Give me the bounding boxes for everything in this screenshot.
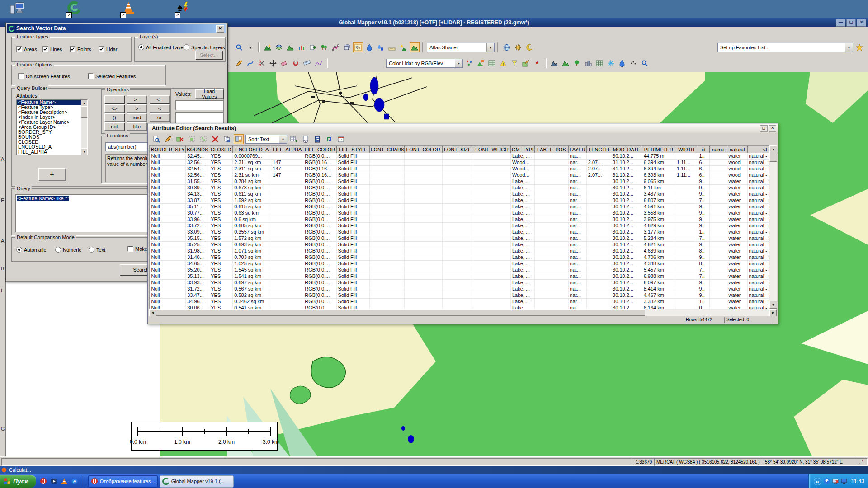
operator-=-button[interactable]: = (104, 95, 124, 103)
column-header[interactable]: MOD_DATE (611, 146, 642, 153)
droplet-icon[interactable] (617, 58, 627, 68)
table-row[interactable]: Null33.47...YES0.582 sq kmRGB(0,0,...Sol… (150, 292, 771, 299)
mountain-sun-icon[interactable] (263, 42, 273, 52)
chevron-down-icon[interactable]: ▼ (486, 43, 494, 52)
view-record-icon[interactable] (301, 134, 311, 144)
attribute-editor-titlebar[interactable]: Attribute Editor (Search Results) ▢ ✕ (148, 124, 778, 133)
lidar-warning-icon[interactable]: ! (498, 58, 508, 68)
add-column-icon[interactable] (289, 134, 299, 144)
background-window-titlebar[interactable]: Calculat... (0, 466, 868, 474)
cut-tool-icon[interactable] (257, 58, 267, 68)
operator->=-button[interactable]: >= (127, 95, 147, 103)
toolbar-grip[interactable] (229, 43, 231, 52)
star-terrain-icon[interactable] (398, 42, 408, 52)
table-row[interactable]: Null31.72...YES0.567 sq kmRGB(0,0,...Sol… (150, 286, 771, 292)
vlc-icon[interactable] (60, 477, 69, 486)
zoom-window-icon[interactable] (234, 42, 244, 52)
selected-features-checkbox[interactable]: Selected Features (88, 73, 136, 79)
maximize-button[interactable]: ▢ (846, 19, 856, 27)
digitizer-pencil-icon[interactable] (234, 58, 244, 68)
column-header[interactable]: name (709, 146, 727, 153)
copy-export-icon[interactable] (222, 134, 232, 144)
table-row[interactable]: Null30.89...YES0.678 sq kmRGB(0,0,...Sol… (150, 185, 771, 191)
table-row[interactable]: Null30.77...YES0.63 sq kmRGB(0,0,...Soli… (150, 210, 771, 216)
layers-icon[interactable] (274, 42, 284, 52)
table-row[interactable]: Null33.72...YES0.605 sq kmRGB(0,0,...Sol… (150, 223, 771, 229)
lidar-mode-combo[interactable]: Color Lidar by RGB/Elev▼ (386, 59, 463, 68)
column-header[interactable]: GM_TYPE (510, 146, 534, 153)
eraser-tool-icon[interactable] (279, 58, 289, 68)
my-computer-icon[interactable] (8, 1, 26, 18)
column-header[interactable]: CLOSED (209, 146, 233, 153)
globe-icon[interactable] (502, 42, 512, 52)
operator-<>-button[interactable]: <> (104, 104, 124, 113)
table-row[interactable]: Null32.56...YES2.311 sq km147RGB(0,16...… (150, 160, 771, 166)
table-row[interactable]: Null31.98...YES1.071 sq kmRGB(0,0,...Sol… (150, 248, 771, 254)
chevron-down-icon[interactable]: ▼ (279, 135, 287, 143)
ruler-icon[interactable] (387, 42, 397, 52)
load-values-button[interactable]: Load Values (195, 89, 223, 99)
table-row[interactable]: Null31.55...YES0.784 sq kmRGB(0,0,...Sol… (150, 178, 771, 185)
column-header[interactable]: BORDER_STY (150, 146, 186, 153)
global-mapper-shortcut-icon[interactable]: ↗ (65, 1, 83, 18)
favorites-star-icon[interactable] (854, 42, 864, 52)
column-header[interactable]: <Feature Description> (747, 146, 770, 153)
lidar-filter-icon[interactable] (509, 58, 519, 68)
select-all-icon[interactable] (198, 134, 208, 144)
column-header[interactable]: FILL_ALPHA (271, 146, 303, 153)
lidar-edit-icon[interactable] (521, 58, 531, 68)
close-button[interactable]: ✕ (857, 19, 866, 27)
zoom-menu-caret-icon[interactable] (245, 42, 255, 52)
table-row[interactable]: Null34.65...YES1.025 sq kmRGB(0,0,...Sol… (150, 261, 771, 267)
feature-type-areas-checkbox[interactable]: Areas (16, 46, 37, 52)
favorites-combo[interactable]: Set up Favorites List...▼ (717, 43, 853, 52)
column-header[interactable]: FILL_COLOR (303, 146, 336, 153)
on-screen-features-checkbox[interactable]: On-screen Features (18, 73, 70, 79)
chevron-down-icon[interactable]: ▼ (845, 43, 853, 52)
scroll-up-icon[interactable]: ▲ (81, 100, 88, 107)
chevron-down-icon[interactable]: ▼ (455, 59, 462, 67)
results-table[interactable]: BORDER_STYBOUNDSCLOSEDENCLOSED_AFILL_ALP… (150, 146, 770, 309)
sort-combo[interactable]: Sort: Text▼ (245, 135, 287, 144)
media-player-icon[interactable] (49, 477, 58, 486)
move-tool-icon[interactable] (268, 58, 278, 68)
projection-gear-icon[interactable] (513, 42, 523, 52)
table-row[interactable]: Null35.20...YES1.545 sq kmRGB(0,0,...Sol… (150, 267, 771, 273)
table-row[interactable]: Null33.09...YES0.3557 sq kmRGB(0,0,...So… (150, 229, 771, 235)
minimize-button[interactable]: — (836, 19, 845, 27)
select-features-icon[interactable] (187, 134, 197, 144)
column-header[interactable]: natural (727, 146, 747, 153)
opera-icon[interactable] (39, 477, 48, 486)
all-enabled-layers-radio[interactable]: All Enabled Layers (138, 44, 188, 50)
attribute-item[interactable]: FILL_ALPHA (17, 150, 81, 155)
attributes-scrollbar[interactable]: ▲ ▼ (81, 100, 87, 155)
table-row[interactable]: Null35.15...YES1.572 sq kmRGB(0,0,...Sol… (150, 235, 771, 242)
operator-or-button[interactable]: or (150, 113, 170, 122)
hidden-icons-chevron[interactable]: « (814, 478, 821, 485)
measure-tool-icon[interactable] (302, 58, 312, 68)
snowflake-icon[interactable] (606, 58, 616, 68)
scroll-down-icon[interactable]: ▼ (81, 148, 88, 155)
find-attribute-icon[interactable] (151, 134, 161, 144)
vegetation-icon[interactable] (572, 58, 582, 68)
column-header[interactable]: LENGTH (586, 146, 611, 153)
table-row[interactable]: Null32.56...YES2.31 sq km147RGB(0,16...S… (150, 172, 771, 178)
points-icon[interactable] (628, 58, 638, 68)
comparison-automatic-radio[interactable]: Automatic (16, 247, 46, 253)
scroll-down-icon[interactable]: ▼ (769, 301, 777, 309)
lidar-points-icon[interactable] (464, 58, 474, 68)
column-header[interactable]: FONT_SIZE (442, 146, 473, 153)
table-row[interactable]: Null35.25...YES0.693 sq kmRGB(0,0,...Sol… (150, 242, 771, 248)
buildings-icon[interactable] (583, 58, 593, 68)
watershed-icon[interactable] (376, 42, 386, 52)
column-header[interactable]: ENCLOSED_A (233, 146, 271, 153)
table-row[interactable]: Null33.93...YES0.697 sq kmRGB(0,0,...Sol… (150, 280, 771, 286)
box-3d-icon[interactable] (342, 42, 352, 52)
column-header[interactable]: BOUNDS (186, 146, 209, 153)
feature-type-lines-checkbox[interactable]: Lines (42, 46, 62, 52)
date-column-icon[interactable] (336, 134, 346, 144)
scroll-up-icon[interactable]: ▲ (769, 145, 777, 153)
shader-mountain-icon[interactable] (410, 42, 420, 52)
operator-<=-button[interactable]: <= (150, 95, 170, 103)
browser-icon[interactable]: e (70, 477, 79, 486)
